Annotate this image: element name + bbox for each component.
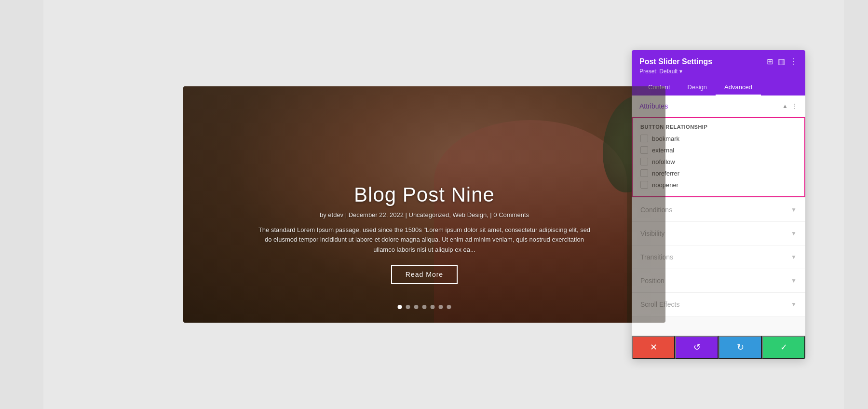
read-more-button[interactable]: Read More: [391, 265, 458, 284]
attributes-chevron-up-icon: ▲: [782, 103, 788, 109]
main-container: Blog Post Nine by etdev | December 22, 2…: [0, 0, 868, 409]
panel-header-top: Post Slider Settings ⊞ ▥ ⋮: [639, 57, 798, 66]
slider-title: Blog Post Nine: [222, 183, 627, 206]
transitions-chevron-icon: ▼: [791, 254, 797, 260]
scroll-effects-chevron-icon: ▼: [791, 301, 797, 308]
tab-advanced[interactable]: Advanced: [716, 80, 761, 95]
slider-dots: [398, 305, 451, 309]
bg-left: [0, 0, 43, 409]
panel-title: Post Slider Settings: [639, 57, 712, 66]
panel-preset[interactable]: Preset: Default ▾: [639, 68, 798, 75]
dot-2[interactable]: [406, 305, 410, 309]
save-button[interactable]: ✓: [762, 336, 805, 359]
slider-area: Blog Post Nine by etdev | December 22, 2…: [183, 86, 665, 323]
tab-design[interactable]: Design: [679, 80, 716, 95]
expand-icon[interactable]: ⊞: [767, 57, 773, 66]
conditions-chevron-icon: ▼: [791, 206, 797, 213]
panel-footer: ✕ ↺ ↻ ✓: [632, 336, 805, 359]
attributes-more-icon[interactable]: ⋮: [791, 102, 798, 110]
dot-1[interactable]: [398, 305, 402, 309]
panel-header-icons: ⊞ ▥ ⋮: [767, 57, 798, 66]
dot-5[interactable]: [431, 305, 435, 309]
undo-button[interactable]: ↺: [675, 336, 719, 359]
visibility-chevron-icon: ▼: [791, 230, 797, 237]
slider-content: Blog Post Nine by etdev | December 22, 2…: [183, 183, 665, 284]
cancel-button[interactable]: ✕: [632, 336, 675, 359]
dot-4[interactable]: [422, 305, 427, 309]
dot-7[interactable]: [447, 305, 451, 309]
position-chevron-icon: ▼: [791, 277, 797, 284]
slider-excerpt: The standard Lorem Ipsum passage, used s…: [256, 225, 593, 255]
columns-icon[interactable]: ▥: [778, 57, 785, 66]
slider-meta: by etdev | December 22, 2022 | Uncategor…: [222, 211, 627, 218]
redo-button[interactable]: ↻: [719, 336, 762, 359]
dot-3[interactable]: [414, 305, 419, 309]
dot-6[interactable]: [439, 305, 443, 309]
bg-right-far: [844, 0, 868, 409]
more-vert-icon[interactable]: ⋮: [790, 57, 798, 66]
